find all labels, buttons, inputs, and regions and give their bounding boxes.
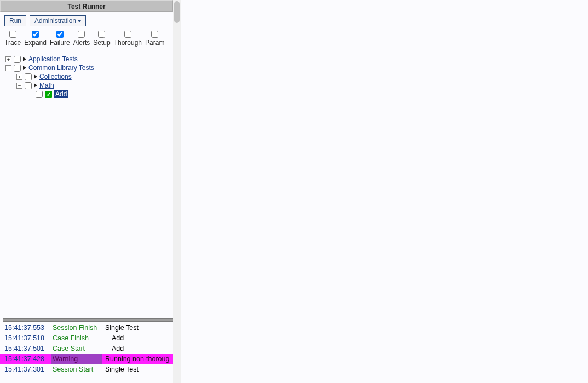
- tree-node-add[interactable]: ✓ Add: [27, 90, 170, 98]
- scrollbar-thumb[interactable]: [174, 1, 180, 23]
- log-type: Session Start: [51, 364, 102, 375]
- expand-checkbox[interactable]: [32, 31, 39, 38]
- node-label[interactable]: Application Tests: [28, 55, 78, 63]
- log-time: 15:41:37.501: [0, 344, 51, 354]
- arrow-right-icon[interactable]: [34, 83, 37, 88]
- option-alerts: Alerts: [73, 31, 90, 47]
- log-row: 15:41:37.553 Session Finish Single Test: [0, 323, 173, 333]
- node-checkbox[interactable]: [36, 91, 43, 98]
- failure-checkbox[interactable]: [56, 31, 64, 38]
- option-expand: Expand: [24, 31, 47, 47]
- log-type: Warning: [51, 354, 102, 364]
- log-row: 15:41:37.301 Session Start Single Test: [0, 364, 173, 375]
- log-time: 15:41:37.518: [0, 333, 51, 344]
- node-checkbox[interactable]: [25, 73, 32, 80]
- param-label: Param: [145, 39, 164, 47]
- log-row-warning: 15:41:37.428 Warning Running non-thoroug: [0, 354, 173, 364]
- node-label[interactable]: Common Library Tests: [28, 64, 94, 72]
- expand-label: Expand: [24, 39, 47, 47]
- log-message: Add: [102, 344, 125, 354]
- thorough-checkbox[interactable]: [124, 31, 131, 38]
- node-checkbox[interactable]: [14, 56, 21, 63]
- arrow-right-icon[interactable]: [23, 66, 26, 70]
- tree-node-application-tests[interactable]: + Application Tests: [5, 55, 170, 63]
- chevron-down-icon: [78, 20, 81, 22]
- tree-node-common-library[interactable]: − Common Library Tests: [5, 63, 170, 72]
- option-param: Param: [145, 31, 164, 47]
- log-time: 15:41:37.553: [0, 323, 51, 333]
- expand-icon[interactable]: +: [16, 74, 22, 80]
- arrow-right-icon[interactable]: [34, 74, 37, 79]
- pass-status-icon: ✓: [45, 91, 52, 98]
- alerts-checkbox[interactable]: [78, 31, 85, 38]
- toolbar: Run Administration: [0, 12, 173, 28]
- log-time: 15:41:37.301: [0, 364, 51, 375]
- trace-checkbox[interactable]: [9, 31, 16, 38]
- option-setup: Setup: [93, 31, 110, 47]
- test-tree: + Application Tests − Common Library Tes…: [0, 50, 173, 318]
- log-message: Single Test: [102, 364, 140, 375]
- option-failure: Failure: [50, 31, 70, 47]
- collapse-icon[interactable]: −: [5, 65, 11, 71]
- node-label[interactable]: Collections: [39, 73, 72, 80]
- thorough-label: Thorough: [114, 39, 142, 47]
- log-type: Session Finish: [51, 323, 102, 333]
- log-row: 15:41:37.518 Case Finish Add: [0, 333, 173, 344]
- log-row: 15:41:37.501 Case Start Add: [0, 344, 173, 354]
- option-trace: Trace: [4, 31, 21, 47]
- tree-node-math[interactable]: − Math: [16, 81, 170, 90]
- setup-label: Setup: [93, 39, 110, 47]
- log-type: Case Finish: [51, 333, 102, 344]
- trace-label: Trace: [4, 39, 21, 47]
- tree-node-collections[interactable]: + Collections: [16, 72, 170, 81]
- collapse-icon[interactable]: −: [16, 83, 22, 89]
- node-label[interactable]: Math: [39, 82, 54, 89]
- failure-label: Failure: [50, 39, 70, 47]
- option-thorough: Thorough: [114, 31, 142, 47]
- arrow-right-icon[interactable]: [23, 57, 26, 61]
- administration-label: Administration: [34, 17, 76, 25]
- tree-spacer: [27, 91, 33, 97]
- log-type: Case Start: [51, 344, 102, 354]
- panel-title: Test Runner: [0, 0, 173, 12]
- log-message: Single Test: [102, 323, 140, 333]
- expand-icon[interactable]: +: [5, 56, 11, 62]
- options-row: Trace Expand Failure Alerts Setup Thorou…: [0, 28, 173, 50]
- log-message: Add: [102, 333, 125, 344]
- vertical-scrollbar[interactable]: [173, 0, 181, 383]
- param-checkbox[interactable]: [151, 31, 158, 38]
- run-button[interactable]: Run: [4, 15, 26, 26]
- log-time: 15:41:37.428: [0, 354, 51, 364]
- node-checkbox[interactable]: [14, 65, 21, 72]
- node-label-selected[interactable]: Add: [54, 90, 68, 98]
- log-message: Running non-thoroug: [102, 354, 173, 364]
- alerts-label: Alerts: [73, 39, 90, 47]
- node-checkbox[interactable]: [25, 82, 32, 89]
- setup-checkbox[interactable]: [98, 31, 105, 38]
- log-panel: 15:41:37.553 Session Finish Single Test …: [0, 322, 173, 375]
- administration-dropdown[interactable]: Administration: [30, 15, 86, 26]
